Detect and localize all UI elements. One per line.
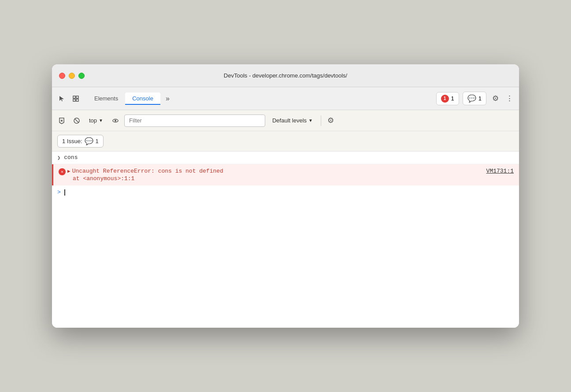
close-button[interactable]	[59, 73, 65, 79]
issue-label: 1 Issue:	[62, 138, 82, 144]
devtools-window: DevTools - developer.chrome.com/tags/dev…	[52, 64, 519, 328]
cursor-icon[interactable]	[56, 92, 68, 105]
chat-icon: 💬	[467, 94, 476, 103]
titlebar: DevTools - developer.chrome.com/tags/dev…	[52, 64, 519, 87]
issue-bar: 1 Issue: 💬 1	[52, 131, 519, 152]
settings-icon[interactable]: ⚙	[489, 92, 501, 105]
log-levels-label: Default levels	[272, 117, 307, 124]
window-title: DevTools - developer.chrome.com/tags/dev…	[224, 72, 347, 79]
expand-chevron[interactable]: ❯	[57, 155, 60, 161]
error-source-link[interactable]: VM1731:1	[486, 168, 514, 174]
console-content: ❯ cons ✕ ▶ Uncaught ReferenceError: cons…	[52, 152, 519, 328]
error-block: ✕ ▶ Uncaught ReferenceError: cons is not…	[52, 164, 519, 185]
context-selector[interactable]: top ▼	[85, 115, 107, 126]
log-levels-dropdown[interactable]: Default levels ▼	[268, 115, 317, 126]
prompt-symbol: >	[57, 189, 61, 196]
console-toolbar: top ▼ Default levels ▼ ⚙	[52, 110, 519, 131]
issue-chat-icon: 💬	[85, 137, 93, 145]
console-input-line: ❯ cons	[52, 152, 519, 164]
tab-elements[interactable]: Elements	[87, 92, 125, 104]
main-toolbar: Elements Console » 1 1 💬 1 ⚙ ⋮	[52, 87, 519, 110]
message-count-label: 1	[478, 95, 482, 102]
svg-rect-2	[73, 99, 75, 101]
error-count-badge: 1	[441, 95, 449, 103]
inspect-icon[interactable]	[70, 92, 82, 105]
error-main: ✕ ▶ Uncaught ReferenceError: cons is not…	[59, 168, 483, 175]
more-options-icon[interactable]: ⋮	[503, 92, 515, 105]
maximize-button[interactable]	[78, 73, 85, 79]
svg-line-8	[75, 118, 79, 122]
error-message-line1: Uncaught ReferenceError: cons is not def…	[72, 168, 223, 174]
svg-rect-1	[76, 96, 78, 98]
console-prompt-line[interactable]: >	[52, 185, 519, 199]
cursor	[64, 189, 65, 196]
issue-count: 1	[96, 138, 99, 144]
chevron-down-icon: ▼	[99, 118, 103, 123]
traffic-lights	[59, 73, 85, 79]
tab-group: Elements Console	[87, 92, 160, 104]
svg-rect-3	[76, 99, 78, 101]
console-settings-icon[interactable]: ⚙	[325, 115, 337, 127]
error-badge-button[interactable]: 1 1	[436, 92, 459, 105]
svg-point-10	[115, 120, 116, 122]
tab-console[interactable]: Console	[125, 92, 160, 104]
svg-rect-0	[73, 96, 75, 98]
clear-console-icon[interactable]	[56, 115, 68, 127]
chevron-down-icon-levels: ▼	[308, 118, 313, 123]
context-label: top	[89, 117, 97, 124]
issue-button[interactable]: 1 Issue: 💬 1	[57, 135, 104, 148]
block-icon[interactable]	[70, 115, 83, 127]
message-badge-button[interactable]: 💬 1	[463, 92, 486, 105]
error-expand-chevron[interactable]: ▶	[67, 168, 70, 174]
error-icon: ✕	[59, 168, 66, 175]
toolbar-divider	[321, 115, 321, 126]
error-header: ✕ ▶ Uncaught ReferenceError: cons is not…	[59, 168, 514, 175]
console-input-text: cons	[64, 154, 78, 161]
more-tabs-button[interactable]: »	[162, 93, 173, 104]
error-count-label: 1	[451, 95, 454, 102]
filter-input[interactable]	[124, 115, 265, 127]
minimize-button[interactable]	[69, 73, 75, 79]
error-message-line2: at <anonymous>:1:1	[59, 175, 514, 182]
eye-icon[interactable]	[109, 115, 122, 127]
